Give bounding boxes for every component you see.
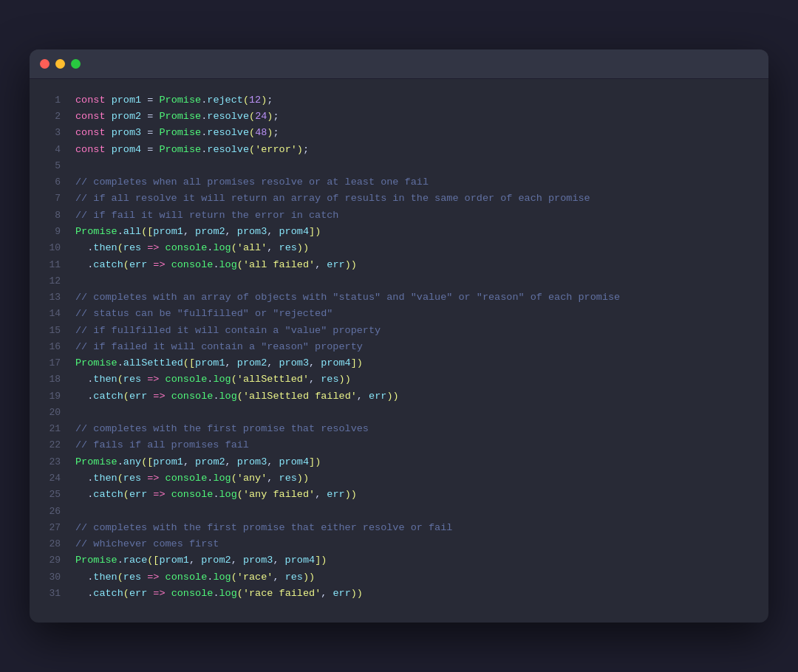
code-line: 19 .catch(err => console.log('allSettled… [30, 388, 768, 405]
line-content: // completes with an array of objects wi… [75, 289, 620, 306]
line-number: 23 [37, 454, 61, 470]
line-number: 9 [37, 224, 61, 239]
line-content [75, 504, 81, 520]
line-content: // if all resolve it will return an arra… [75, 191, 590, 207]
line-content: // if fail it will return the error in c… [75, 208, 338, 224]
code-line: 11 .catch(err => console.log('all failed… [30, 257, 768, 273]
code-line: 30 .then(res => console.log('race', res)… [30, 569, 768, 586]
code-line: 2 const prom2 = Promise.resolve(24); [30, 109, 768, 125]
line-content: const prom3 = Promise.resolve(48); [75, 125, 279, 141]
line-number: 15 [37, 323, 61, 338]
line-content: .then(res => console.log('allSettled', r… [75, 371, 351, 388]
line-number: 8 [37, 208, 61, 223]
code-line: 21 // completes with the first promise t… [30, 421, 768, 437]
line-content: const prom4 = Promise.resolve('error'); [75, 142, 309, 158]
line-number: 3 [37, 125, 61, 140]
line-number: 12 [37, 273, 61, 289]
line-content: Promise.all([prom1, prom2, prom3, prom4]… [75, 224, 321, 240]
titlebar [30, 49, 768, 79]
code-line: 24 .then(res => console.log('any', res)) [30, 470, 768, 487]
line-content: .then(res => console.log('any', res)) [75, 470, 309, 487]
line-number: 1 [37, 92, 61, 108]
code-line: 23 Promise.any([prom1, prom2, prom3, pro… [30, 454, 768, 470]
code-line: 10 .then(res => console.log('all', res)) [30, 240, 768, 256]
code-line: 12 [30, 273, 768, 289]
line-number: 11 [37, 257, 61, 272]
line-number: 22 [37, 437, 61, 453]
line-content: // whichever comes first [75, 536, 219, 552]
code-line: 20 [30, 405, 768, 421]
line-number: 7 [37, 191, 61, 206]
code-line: 29 Promise.race([prom1, prom2, prom3, pr… [30, 552, 768, 569]
line-content: Promise.race([prom1, prom2, prom3, prom4… [75, 552, 327, 569]
code-line: 3 const prom3 = Promise.resolve(48); [30, 125, 768, 141]
code-line: 26 [30, 504, 768, 520]
code-line: 9 Promise.all([prom1, prom2, prom3, prom… [30, 224, 768, 240]
maximize-button[interactable] [71, 59, 81, 69]
code-line: 4 const prom4 = Promise.resolve('error')… [30, 142, 768, 158]
line-content: .catch(err => console.log('allSettled fa… [75, 388, 399, 405]
code-line: 28 // whichever comes first [30, 536, 768, 552]
code-line: 22 // fails if all promises fail [30, 437, 768, 453]
line-number: 24 [37, 470, 61, 486]
line-number: 25 [37, 487, 61, 502]
line-number: 10 [37, 240, 61, 256]
line-number: 19 [37, 388, 61, 404]
line-number: 30 [37, 569, 61, 585]
code-line: 25 .catch(err => console.log('any failed… [30, 487, 768, 503]
line-content: // status can be "fullfilled" or "reject… [75, 306, 332, 322]
line-number: 4 [37, 142, 61, 157]
code-line: 6 // completes when all promises resolve… [30, 174, 768, 191]
line-number: 18 [37, 371, 61, 387]
line-content: .catch(err => console.log('race failed',… [75, 586, 363, 602]
line-content: // completes when all promises resolve o… [75, 174, 429, 191]
line-content: const prom1 = Promise.reject(12); [75, 92, 273, 109]
line-number: 26 [37, 504, 61, 519]
line-number: 16 [37, 339, 61, 354]
line-content: .then(res => console.log('all', res)) [75, 240, 309, 256]
line-content: Promise.allSettled([prom1, prom2, prom3,… [75, 355, 363, 371]
close-button[interactable] [40, 59, 50, 69]
line-number: 17 [37, 355, 61, 371]
code-line: 8 // if fail it will return the error in… [30, 208, 768, 224]
code-line: 7 // if all resolve it will return an ar… [30, 191, 768, 207]
minimize-button[interactable] [55, 59, 65, 69]
line-number: 2 [37, 109, 61, 124]
code-area: 1 const prom1 = Promise.reject(12); 2 co… [30, 79, 768, 623]
line-number: 5 [37, 158, 61, 174]
code-editor-window: 1 const prom1 = Promise.reject(12); 2 co… [30, 49, 768, 623]
line-number: 31 [37, 586, 61, 601]
code-line: 13 // completes with an array of objects… [30, 289, 768, 306]
line-number: 20 [37, 405, 61, 420]
line-content [75, 273, 81, 289]
line-number: 29 [37, 552, 61, 568]
code-line: 16 // if failed it will contain a "reaso… [30, 339, 768, 355]
code-line: 17 Promise.allSettled([prom1, prom2, pro… [30, 355, 768, 371]
code-line: 14 // status can be "fullfilled" or "rej… [30, 306, 768, 322]
line-content: .then(res => console.log('race', res)) [75, 569, 315, 586]
line-number: 13 [37, 289, 61, 305]
line-content: // completes with the first promise that… [75, 520, 452, 536]
code-line: 15 // if fullfilled it will contain a "v… [30, 323, 768, 339]
line-content: // completes with the first promise that… [75, 421, 369, 437]
line-content: // if failed it will contain a "reason" … [75, 339, 363, 355]
line-content: // fails if all promises fail [75, 437, 249, 453]
code-line: 1 const prom1 = Promise.reject(12); [30, 92, 768, 109]
line-content [75, 405, 81, 421]
code-line: 5 [30, 158, 768, 174]
line-number: 27 [37, 520, 61, 535]
code-line: 27 // completes with the first promise t… [30, 520, 768, 536]
line-number: 14 [37, 306, 61, 321]
line-number: 28 [37, 536, 61, 552]
line-content: Promise.any([prom1, prom2, prom3, prom4]… [75, 454, 321, 470]
line-number: 21 [37, 421, 61, 436]
code-line: 18 .then(res => console.log('allSettled'… [30, 371, 768, 388]
line-content [75, 158, 81, 174]
line-content: .catch(err => console.log('all failed', … [75, 257, 357, 273]
line-content: .catch(err => console.log('any failed', … [75, 487, 357, 503]
line-content: // if fullfilled it will contain a "valu… [75, 323, 381, 339]
code-line: 31 .catch(err => console.log('race faile… [30, 586, 768, 602]
line-number: 6 [37, 174, 61, 190]
line-content: const prom2 = Promise.resolve(24); [75, 109, 279, 125]
